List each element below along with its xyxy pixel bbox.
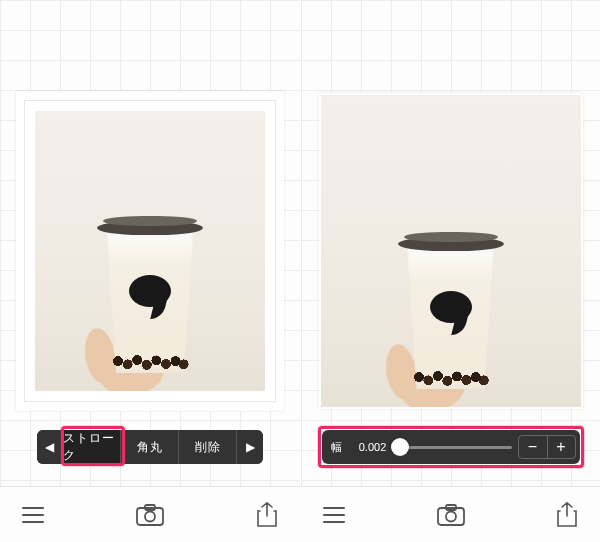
photo-frame[interactable] bbox=[25, 101, 275, 401]
drink-cup-illustration bbox=[396, 229, 506, 389]
camera-button[interactable] bbox=[136, 504, 164, 526]
width-label: 幅 bbox=[326, 440, 348, 455]
bottom-toolbar bbox=[0, 486, 300, 542]
option-corner-radius[interactable]: 角丸 bbox=[121, 430, 179, 464]
bottom-toolbar bbox=[301, 486, 600, 542]
photo[interactable] bbox=[321, 95, 581, 407]
share-icon bbox=[556, 502, 578, 528]
camera-icon bbox=[136, 504, 164, 526]
phone-right: 幅 0.002 − + bbox=[300, 0, 600, 542]
artboard[interactable] bbox=[317, 91, 585, 411]
width-stepper: − + bbox=[518, 435, 576, 459]
option-stroke[interactable]: ストローク bbox=[63, 430, 121, 464]
photo-frame[interactable] bbox=[319, 93, 583, 409]
status-bar bbox=[0, 0, 300, 16]
hamburger-icon bbox=[22, 507, 44, 523]
options-popover: ◀ ストローク 角丸 削除 ▶ bbox=[37, 430, 263, 464]
camera-button[interactable] bbox=[437, 504, 465, 526]
artboard[interactable] bbox=[16, 91, 284, 411]
next-button[interactable]: ▶ bbox=[237, 430, 263, 464]
camera-icon bbox=[437, 504, 465, 526]
share-icon bbox=[256, 502, 278, 528]
photo[interactable] bbox=[35, 111, 265, 391]
canvas-area[interactable] bbox=[301, 16, 600, 486]
slider-thumb[interactable] bbox=[391, 438, 409, 456]
width-slider-panel: 幅 0.002 − + bbox=[322, 430, 580, 464]
drink-cup-illustration bbox=[95, 213, 205, 373]
hamburger-icon bbox=[323, 507, 345, 523]
phone-left: ◀ ストローク 角丸 削除 ▶ bbox=[0, 0, 300, 542]
share-button[interactable] bbox=[556, 502, 578, 528]
width-slider[interactable] bbox=[398, 446, 512, 449]
segmented-control: ◀ ストローク 角丸 削除 ▶ bbox=[37, 430, 263, 464]
status-bar bbox=[301, 0, 600, 16]
prev-button[interactable]: ◀ bbox=[37, 430, 63, 464]
option-delete[interactable]: 削除 bbox=[179, 430, 237, 464]
width-minus-button[interactable]: − bbox=[519, 436, 547, 458]
menu-button[interactable] bbox=[323, 507, 345, 523]
width-popover: 幅 0.002 − + bbox=[322, 430, 580, 464]
share-button[interactable] bbox=[256, 502, 278, 528]
menu-button[interactable] bbox=[22, 507, 44, 523]
svg-point-2 bbox=[145, 511, 155, 521]
width-value: 0.002 bbox=[354, 441, 392, 453]
canvas-area[interactable] bbox=[0, 16, 300, 486]
comma-logo-icon bbox=[129, 275, 171, 319]
comma-logo-icon bbox=[430, 291, 472, 335]
svg-point-5 bbox=[446, 511, 456, 521]
width-plus-button[interactable]: + bbox=[547, 436, 575, 458]
